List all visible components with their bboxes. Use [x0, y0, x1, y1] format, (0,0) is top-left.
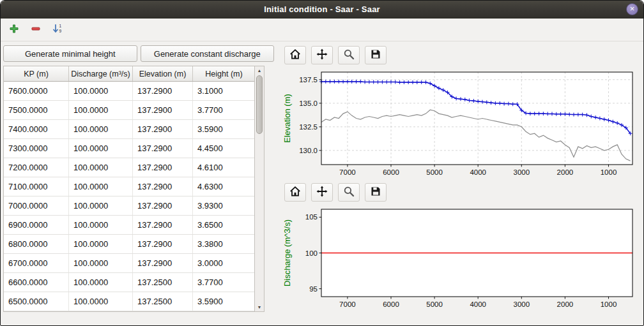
svg-text:135.0: 135.0 — [299, 100, 318, 107]
pan-icon — [316, 48, 328, 62]
table-row[interactable]: 7300.0000100.0000137.29004.4500 — [4, 139, 254, 158]
generate-minimal-height-button[interactable]: Generate minimal height — [3, 45, 137, 62]
pan-button[interactable] — [311, 46, 333, 64]
table-cell[interactable]: 3.7700 — [193, 101, 254, 119]
table-cell[interactable]: 7100.0000 — [4, 177, 69, 196]
table-cell[interactable]: 7500.0000 — [4, 101, 69, 119]
table-row[interactable]: 6900.0000100.0000137.29003.6500 — [4, 216, 254, 235]
svg-text:100: 100 — [305, 249, 318, 257]
table-cell[interactable]: 100.0000 — [69, 273, 133, 292]
table-scrollbar[interactable]: ▲ ▼ — [254, 66, 264, 312]
column-header[interactable]: KP (m) — [4, 66, 69, 81]
table-cell[interactable]: 7300.0000 — [4, 139, 69, 158]
table-row[interactable]: 7600.0000100.0000137.29003.1000 — [4, 82, 254, 101]
svg-text:Discharge (m^3/s): Discharge (m^3/s) — [282, 219, 292, 286]
column-header[interactable]: Discharge (m³/s) — [69, 66, 133, 81]
table-cell[interactable]: 100.0000 — [69, 254, 133, 272]
remove-row-icon — [31, 24, 41, 36]
table-cell[interactable]: 4.4500 — [193, 139, 254, 158]
save-button[interactable] — [365, 46, 387, 64]
add-row-icon — [9, 24, 19, 36]
titlebar[interactable]: Initial condition - Saar - Saar × — [1, 1, 643, 19]
discharge-plot-toolbar — [282, 181, 638, 205]
table-cell[interactable]: 4.6100 — [193, 158, 254, 177]
table-cell[interactable]: 6900.0000 — [4, 216, 69, 234]
elevation-chart[interactable]: 7000600050004000300020001000130.0132.513… — [282, 68, 637, 181]
table-cell[interactable]: 3.7700 — [193, 273, 254, 292]
svg-text:1: 1 — [59, 24, 62, 28]
table-row[interactable]: 7200.0000100.0000137.29004.6100 — [4, 158, 254, 177]
table-cell[interactable]: 137.2900 — [133, 177, 193, 196]
table-cell[interactable]: 100.0000 — [69, 139, 133, 158]
table-cell[interactable]: 100.0000 — [69, 120, 133, 138]
table-cell[interactable]: 100.0000 — [69, 82, 133, 100]
table-cell[interactable]: 137.2900 — [133, 254, 193, 272]
table-cell[interactable]: 137.2500 — [133, 292, 193, 311]
add-row-button[interactable] — [4, 21, 24, 39]
home-button[interactable] — [284, 183, 306, 202]
table-cell[interactable]: 137.2900 — [133, 196, 193, 215]
table-cell[interactable]: 100.0000 — [69, 177, 133, 196]
table-cell[interactable]: 137.2900 — [133, 120, 193, 138]
home-button[interactable] — [284, 46, 306, 64]
main-toolbar: 1 9 — [1, 19, 643, 41]
table-cell[interactable]: 137.2900 — [133, 101, 193, 119]
table-cell[interactable]: 137.2500 — [133, 273, 193, 292]
table-row[interactable]: 6700.0000100.0000137.29003.0000 — [4, 254, 254, 273]
column-header[interactable]: Height (m) — [193, 66, 255, 81]
table-cell[interactable]: 3.1000 — [193, 82, 254, 100]
table-cell[interactable]: 137.2900 — [133, 82, 193, 100]
zoom-button[interactable] — [338, 46, 360, 64]
scrollbar-track[interactable] — [255, 75, 264, 303]
table-row[interactable]: 7400.0000100.0000137.29003.5900 — [4, 120, 254, 139]
table-cell[interactable]: 6800.0000 — [4, 235, 69, 253]
column-header[interactable]: Elevation (m) — [133, 66, 193, 81]
pan-button[interactable] — [311, 183, 333, 202]
table-cell[interactable]: 6500.0000 — [4, 292, 69, 311]
sort-button[interactable]: 1 9 — [48, 21, 67, 39]
table-row[interactable]: 7100.0000100.0000137.29004.6300 — [4, 177, 254, 196]
table-cell[interactable]: 100.0000 — [69, 216, 133, 234]
table-cell[interactable]: 3.0000 — [193, 254, 254, 272]
table-row[interactable]: 6500.0000100.0000137.25003.5900 — [4, 292, 254, 311]
table-cell[interactable]: 3.5900 — [193, 120, 254, 138]
table-cell[interactable]: 7600.0000 — [4, 82, 69, 100]
table-cell[interactable]: 100.0000 — [69, 196, 133, 215]
table-cell[interactable]: 137.2900 — [133, 235, 193, 253]
table-cell[interactable]: 6700.0000 — [4, 254, 69, 272]
remove-row-button[interactable] — [26, 21, 45, 39]
table-cell[interactable]: 100.0000 — [69, 101, 133, 119]
table-cell[interactable]: 6600.0000 — [4, 273, 69, 292]
svg-text:6000: 6000 — [383, 300, 399, 308]
table-cell[interactable]: 137.2900 — [133, 158, 193, 177]
table-row[interactable]: 6800.0000100.0000137.29003.3800 — [4, 235, 254, 254]
table-cell[interactable]: 3.3800 — [193, 235, 254, 253]
table-cell[interactable]: 7400.0000 — [4, 120, 69, 138]
table-cell[interactable]: 3.5900 — [193, 292, 254, 311]
table-row[interactable]: 7000.0000100.0000137.29003.9300 — [4, 196, 254, 216]
scroll-up-icon[interactable]: ▲ — [257, 66, 262, 75]
table-cell[interactable]: 137.2900 — [133, 139, 193, 158]
table-cell[interactable]: 3.9300 — [193, 196, 254, 215]
save-button[interactable] — [365, 183, 387, 202]
svg-text:2000: 2000 — [557, 300, 574, 308]
table-cell[interactable]: 100.0000 — [69, 158, 133, 177]
table-cell[interactable]: 100.0000 — [69, 235, 133, 253]
table-cell[interactable]: 4.6300 — [193, 177, 254, 196]
table-cell[interactable]: 3.6500 — [193, 216, 254, 234]
discharge-chart[interactable]: 700060005000400030002000100095100105Disc… — [282, 205, 637, 313]
table-cell[interactable]: 7000.0000 — [4, 196, 69, 215]
zoom-button[interactable] — [338, 183, 360, 202]
right-panel: 7000600050004000300020001000130.0132.513… — [275, 44, 642, 320]
sort-descending-icon: 1 9 — [52, 24, 63, 36]
scrollbar-thumb[interactable] — [256, 75, 263, 134]
close-button[interactable]: × — [626, 3, 638, 15]
app-window: Initial condition - Saar - Saar × 1 9 — [0, 0, 644, 326]
table-cell[interactable]: 137.2900 — [133, 216, 193, 234]
table-cell[interactable]: 100.0000 — [69, 292, 133, 311]
table-cell[interactable]: 7200.0000 — [4, 158, 69, 177]
table-row[interactable]: 6600.0000100.0000137.25003.7700 — [4, 273, 254, 292]
generate-constant-discharge-button[interactable]: Generate constant discharge — [141, 45, 275, 62]
scroll-down-icon[interactable]: ▼ — [257, 303, 262, 311]
table-row[interactable]: 7500.0000100.0000137.29003.7700 — [4, 101, 254, 120]
